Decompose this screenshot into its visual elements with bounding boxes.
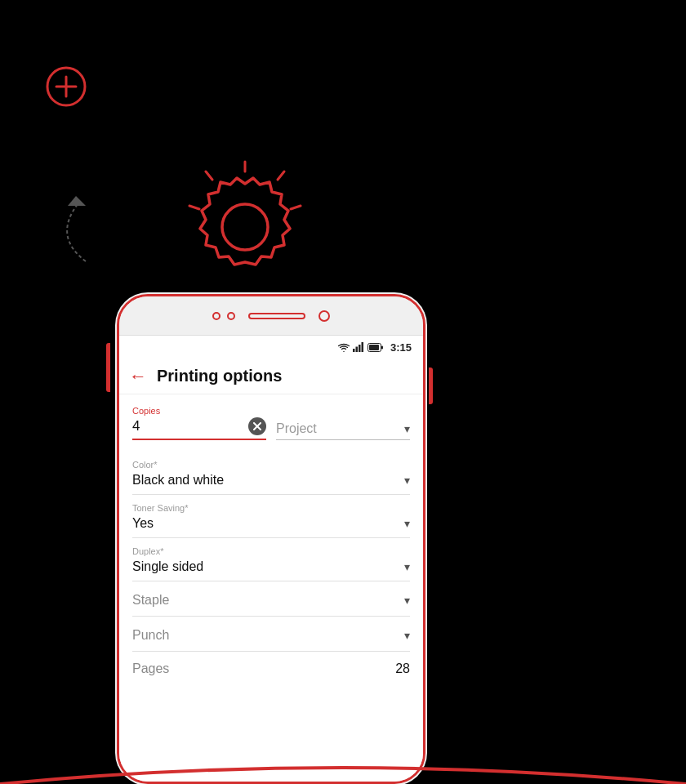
arrow-decoration — [45, 188, 94, 273]
power-button — [429, 368, 433, 404]
battery-icon — [368, 343, 384, 352]
phone-camera — [318, 310, 330, 322]
volume-button — [106, 343, 110, 392]
copies-input[interactable]: 4 — [132, 418, 248, 434]
staple-dropdown-arrow: ▾ — [404, 594, 410, 607]
toner-saving-row[interactable]: Toner Saving* Yes ▾ — [132, 495, 410, 538]
duplex-value: Single sided — [132, 559, 404, 574]
duplex-dropdown-arrow: ▾ — [404, 560, 410, 573]
phone-top-bar — [119, 296, 423, 336]
phone-screen: 3:15 ← Printing options Copies 4 — [119, 336, 423, 782]
project-field: Project ▾ — [276, 420, 410, 440]
svg-line-8 — [189, 206, 199, 209]
form-content: Copies 4 Project — [119, 394, 423, 683]
status-bar: 3:15 — [119, 336, 423, 359]
phone-shell: 3:15 ← Printing options Copies 4 — [117, 294, 425, 784]
app-header: ← Printing options — [119, 359, 423, 394]
status-time: 3:15 — [390, 341, 412, 354]
page-title: Printing options — [157, 367, 282, 385]
svg-rect-15 — [369, 345, 379, 350]
back-button[interactable]: ← — [129, 368, 147, 385]
color-dropdown-arrow: ▾ — [404, 474, 410, 487]
copies-label: Copies — [132, 406, 266, 416]
project-dropdown-arrow: ▾ — [404, 422, 410, 435]
svg-line-6 — [291, 206, 301, 209]
duplex-value-row: Single sided ▾ — [132, 559, 410, 574]
color-label: Color* — [132, 460, 410, 470]
color-row[interactable]: Color* Black and white ▾ — [132, 452, 410, 495]
add-icon[interactable] — [45, 65, 87, 108]
copies-input-wrap: 4 — [132, 417, 266, 440]
project-value: Project — [276, 421, 404, 436]
toner-dropdown-arrow: ▾ — [404, 517, 410, 530]
duplex-row[interactable]: Duplex* Single sided ▾ — [132, 538, 410, 581]
svg-rect-16 — [381, 345, 383, 349]
svg-rect-11 — [355, 347, 358, 353]
toner-value: Yes — [132, 516, 404, 531]
phone-dot-1 — [212, 312, 220, 320]
project-select-row[interactable]: Project ▾ — [276, 421, 410, 440]
phone-speaker — [248, 313, 305, 319]
phone-dots — [212, 312, 235, 320]
svg-line-7 — [206, 172, 212, 180]
bottom-decoration — [0, 751, 686, 784]
phone-dot-2 — [227, 312, 235, 320]
punch-dropdown-arrow: ▾ — [404, 629, 410, 642]
clear-button[interactable] — [248, 417, 266, 435]
gear-icon — [139, 155, 351, 302]
svg-point-9 — [222, 204, 268, 250]
copies-field: Copies 4 — [132, 406, 266, 440]
color-value: Black and white — [132, 473, 404, 488]
svg-rect-12 — [359, 345, 361, 352]
wifi-icon — [338, 343, 350, 352]
svg-rect-10 — [353, 349, 355, 352]
duplex-label: Duplex* — [132, 546, 410, 556]
svg-marker-3 — [68, 196, 86, 206]
signal-icon — [353, 342, 364, 352]
pages-row: Pages 28 — [132, 652, 410, 683]
pages-label: Pages — [132, 662, 395, 676]
color-value-row: Black and white ▾ — [132, 473, 410, 488]
svg-rect-13 — [361, 342, 363, 352]
copies-project-row: Copies 4 Project — [132, 406, 410, 440]
toner-label: Toner Saving* — [132, 503, 410, 513]
staple-row[interactable]: Staple ▾ — [132, 581, 410, 617]
toner-value-row: Yes ▾ — [132, 516, 410, 531]
staple-label: Staple — [132, 593, 404, 608]
close-icon — [253, 422, 261, 430]
punch-label: Punch — [132, 628, 404, 643]
punch-row[interactable]: Punch ▾ — [132, 617, 410, 652]
svg-line-5 — [278, 172, 284, 180]
pages-value: 28 — [395, 662, 410, 676]
